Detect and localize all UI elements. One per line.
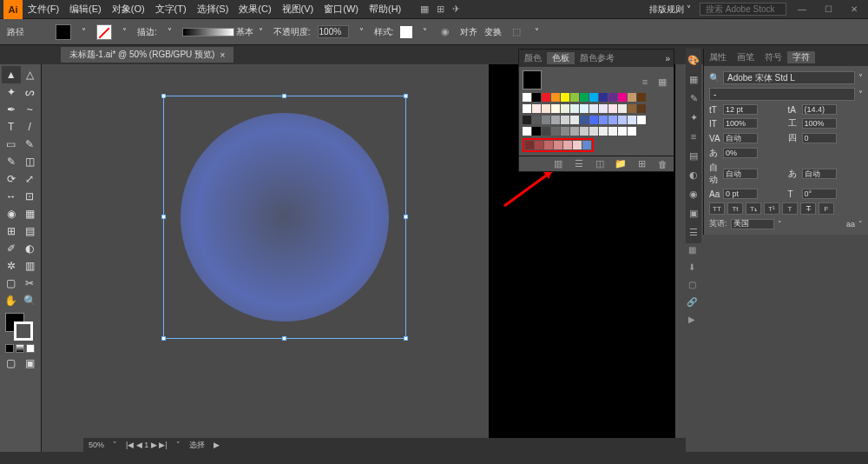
magic-wand-tool[interactable]: ✦ [2, 83, 21, 101]
swatch-cell[interactable] [525, 141, 534, 149]
swatch-cell[interactable] [628, 127, 636, 136]
swatch-cell[interactable] [628, 93, 636, 102]
swatch-cell[interactable] [580, 116, 589, 124]
menu-edit[interactable]: 编辑(E) [64, 3, 107, 16]
symbol-sprayer-tool[interactable]: ✲ [2, 257, 21, 275]
swatch-cell[interactable] [580, 104, 589, 113]
swatch-cell[interactable] [532, 104, 541, 113]
new-swatch-icon[interactable]: ⊞ [634, 156, 649, 172]
recolor-icon[interactable]: ◉ [437, 24, 453, 40]
opacity-input[interactable] [318, 25, 349, 38]
style-dropdown[interactable]: ˅ [419, 27, 431, 36]
tracking-input[interactable] [802, 133, 837, 143]
swatch-cell[interactable] [570, 116, 579, 124]
baseline-input[interactable] [723, 148, 758, 158]
swatch-cell[interactable] [523, 104, 531, 113]
swatch-library-icon[interactable]: ▥ [550, 156, 566, 172]
swatch-cell[interactable] [628, 116, 636, 124]
lasso-tool[interactable]: ᔕ [21, 83, 40, 101]
swatch-cell[interactable] [599, 93, 608, 102]
font-family-input[interactable] [723, 71, 855, 84]
brushes-panel-icon[interactable]: ✎ [686, 90, 701, 106]
swatch-cell[interactable] [532, 127, 541, 136]
more-dropdown[interactable]: ˅ [531, 27, 542, 36]
tab-colorguide[interactable]: 颜色参考 [575, 52, 620, 64]
handle-tc[interactable] [282, 94, 286, 98]
swatch-cell[interactable] [523, 127, 531, 136]
share-icon[interactable]: ✈ [448, 2, 464, 17]
swatch-cell[interactable] [608, 104, 617, 113]
language-input[interactable] [731, 219, 774, 229]
swatch-cell[interactable] [608, 116, 617, 124]
swatch-options-icon[interactable]: ◫ [592, 156, 608, 172]
text-transform-button[interactable]: T¹ [764, 202, 779, 215]
maximize-icon[interactable]: ☐ [818, 3, 838, 16]
stroke-swatch[interactable] [96, 24, 112, 40]
screen-mode-full[interactable]: ▣ [21, 355, 40, 372]
transform-label[interactable]: 变换 [484, 26, 502, 38]
swatch-cell[interactable] [608, 127, 617, 136]
workspace-switcher[interactable]: 排版规则 ˅ [646, 3, 694, 16]
swatch-cell[interactable] [544, 141, 553, 149]
tab-character[interactable]: 字符 [787, 51, 815, 63]
tsume-input[interactable] [802, 169, 837, 179]
zoom-tool[interactable]: 🔍 [21, 292, 40, 309]
fill-stroke-indicator[interactable] [5, 313, 33, 341]
actions-icon[interactable]: ▶ [686, 313, 698, 325]
swatch-cell[interactable] [618, 127, 627, 136]
free-transform-tool[interactable]: ⊡ [21, 188, 40, 205]
text-transform-button[interactable]: T̶ [800, 202, 816, 215]
font-size-input[interactable] [723, 104, 758, 115]
panel-collapse-icon[interactable]: » [661, 54, 674, 63]
gradient-panel-icon[interactable]: ▤ [686, 148, 701, 163]
swatch-cell[interactable] [523, 116, 531, 124]
isolate-icon[interactable]: ⬚ [509, 24, 524, 40]
swatch-cell[interactable] [589, 116, 598, 124]
swatch-cell[interactable] [532, 116, 541, 124]
brush-dropdown[interactable]: ˅ [255, 27, 266, 36]
shape-builder-tool[interactable]: ◉ [2, 205, 21, 222]
close-icon[interactable]: ✕ [844, 3, 865, 16]
links-icon[interactable]: 🔗 [686, 295, 698, 308]
status-play-icon[interactable]: ▶ [214, 441, 220, 449]
leading-input[interactable] [802, 104, 837, 115]
swatch-cell[interactable] [561, 104, 569, 113]
swatch-cell[interactable] [561, 93, 569, 102]
asset-export-icon[interactable]: ⬇ [686, 261, 698, 273]
transparency-panel-icon[interactable]: ◐ [686, 167, 701, 182]
stroke-color[interactable] [14, 321, 33, 341]
text-transform-button[interactable]: F [819, 202, 834, 215]
rectangle-tool[interactable]: ▭ [2, 136, 21, 153]
handle-bc[interactable] [282, 336, 286, 341]
list-view-icon[interactable]: ≡ [637, 74, 653, 89]
swatch-cell[interactable] [523, 93, 531, 102]
brush-preview[interactable] [182, 28, 234, 36]
swatch-cell[interactable] [551, 116, 560, 124]
style-dropdown-icon[interactable]: ˅ [858, 89, 863, 99]
color-mode-solid[interactable] [5, 344, 14, 353]
scale-tool[interactable]: ⤢ [21, 170, 40, 188]
new-group-icon[interactable]: 📁 [613, 156, 628, 172]
bridge-icon[interactable]: ▦ [417, 2, 432, 17]
line-tool[interactable]: / [21, 118, 40, 136]
rotate-input[interactable] [802, 189, 837, 199]
swatch-cell[interactable] [599, 104, 608, 113]
document-tab[interactable]: 未标题-1.ai* @ 50% (RGB/GPU 预览) × [61, 47, 233, 63]
color-panel-icon[interactable]: 🎨 [686, 52, 701, 68]
swatch-cell[interactable] [618, 104, 627, 113]
kerning-input[interactable] [723, 133, 758, 143]
search-input[interactable] [700, 3, 786, 16]
handle-mr[interactable] [404, 215, 408, 219]
handle-tr[interactable] [404, 94, 408, 98]
font-dropdown-icon[interactable]: ˅ [858, 73, 863, 83]
type-tool[interactable]: T [2, 118, 21, 136]
stroke-weight[interactable]: ˅ [164, 27, 175, 36]
paintbrush-tool[interactable]: ✎ [21, 136, 40, 153]
swatch-cell[interactable] [561, 127, 569, 136]
swatch-menu-icon[interactable]: ☰ [571, 156, 587, 172]
text-transform-button[interactable]: T₁ [746, 202, 761, 215]
tab-brushes[interactable]: 画笔 [732, 51, 760, 63]
swatch-cell[interactable] [589, 127, 598, 136]
swatch-cell[interactable] [554, 141, 562, 149]
color-mode-none[interactable] [26, 344, 35, 353]
